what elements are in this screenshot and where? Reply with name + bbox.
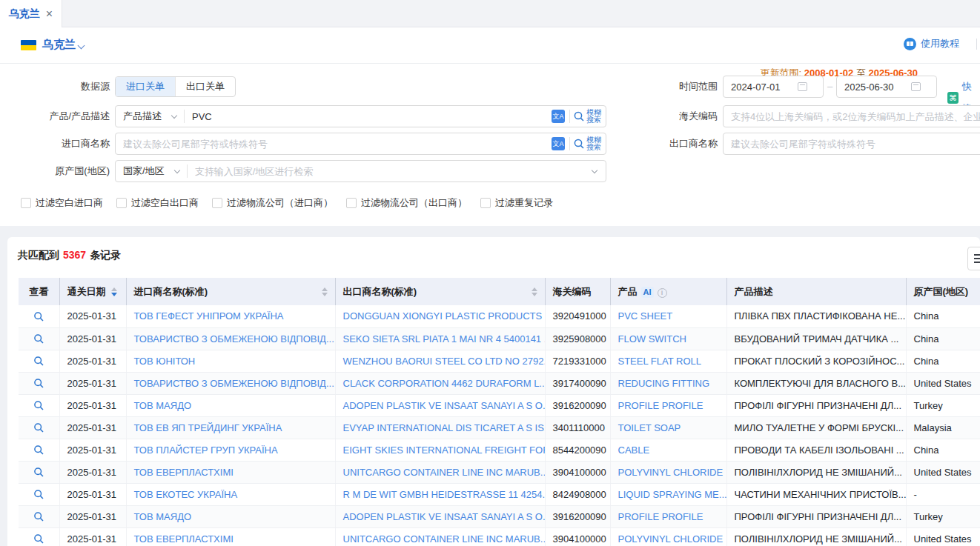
checkbox-icon[interactable] (212, 198, 222, 208)
view-record-icon[interactable] (33, 445, 44, 456)
cell-description: ПРОФІЛІ ФІГУРНІ ПРИЗНАЧЕНІ ДЛ... (726, 394, 906, 416)
product-link[interactable]: REDUCING FITTING (618, 378, 710, 389)
filter-checkbox[interactable]: 过滤空白出口商 (116, 196, 199, 210)
importer-link[interactable]: ТОВ ЕКОТЕС УКРАЇНА (134, 489, 238, 500)
filter-checkbox[interactable]: 过滤空白进口商 (21, 196, 103, 210)
product-link[interactable]: POLYVINYL CHLORIDE (618, 533, 724, 545)
tab-ukraine[interactable]: 乌克兰 (0, 0, 62, 27)
sort-icon[interactable] (111, 287, 117, 296)
importer-link[interactable]: ТОВ МАЯДО (134, 511, 192, 522)
info-icon[interactable] (658, 288, 667, 298)
checkbox-label: 过滤空白出口商 (131, 196, 199, 210)
importer-link[interactable]: ТОВ ЕВ ЯП ТРЕЙДИНГ УКРАЇНА (134, 422, 282, 433)
product-link[interactable]: PROFILE PROFILE (618, 511, 703, 522)
sort-icon[interactable] (322, 287, 328, 296)
product-type-select[interactable]: 产品描述 (116, 106, 184, 127)
cell-date: 2025-01-31 (59, 527, 126, 546)
date-end-field[interactable] (836, 76, 937, 98)
view-record-icon[interactable] (33, 467, 44, 478)
view-record-icon[interactable] (33, 422, 44, 433)
exporter-link[interactable]: EVYAP INTERNATIONAL DIS TICARET A S IS..… (343, 422, 546, 433)
exporter-link[interactable]: EIGHT SKIES INTERNATIONAL FREIGHT FOR... (343, 445, 546, 456)
exporter-link[interactable]: SEKO SIETA SRL PIATA 1 MAI NR 4 5400141 … (343, 333, 546, 344)
checkbox-icon[interactable] (480, 198, 491, 208)
checkbox-icon[interactable] (346, 198, 357, 208)
cell-date: 2025-01-31 (59, 350, 126, 372)
cell-date: 2025-01-31 (59, 439, 126, 461)
view-record-icon[interactable] (33, 511, 44, 522)
tab-export-declarations[interactable]: 出口关单 (175, 77, 235, 96)
product-search-input[interactable] (185, 106, 547, 127)
view-record-icon[interactable] (33, 533, 44, 545)
importer-link[interactable]: ТОВ ЕВЕРПЛАСТХІМІ (134, 533, 234, 545)
date-start-field[interactable] (723, 76, 824, 98)
origin-type-select[interactable]: 国家/地区 (116, 161, 187, 182)
col-desc: 产品描述 (726, 278, 906, 305)
exporter-link[interactable]: R M DE WIT GMBH HEIDESTRASSE 11 4254... (343, 489, 546, 500)
view-record-icon[interactable] (33, 400, 44, 411)
importer-input[interactable] (116, 133, 547, 154)
view-record-icon[interactable] (33, 333, 44, 344)
product-link[interactable]: TOILET SOAP (618, 422, 681, 433)
close-icon[interactable] (46, 8, 53, 20)
table-settings-button[interactable] (967, 247, 980, 270)
date-start-input[interactable] (724, 81, 795, 93)
view-record-icon[interactable] (33, 356, 44, 367)
col-importer[interactable]: 进口商名称(标准) (126, 278, 335, 305)
divider (976, 39, 977, 50)
hs-code-input[interactable] (724, 106, 980, 127)
filter-checkbox[interactable]: 过滤物流公司（进口商） (212, 196, 333, 210)
importer-link[interactable]: ТОВ ПЛАЙСТЕР ГРУП УКРАЇНА (134, 445, 278, 456)
table-row: 2025-01-31 ТОВАРИСТВО З ОБМЕЖЕНОЮ ВІДПОВ… (19, 372, 980, 394)
product-link[interactable]: CABLE (618, 445, 650, 456)
search-icon (573, 110, 586, 123)
importer-link[interactable]: ТОВАРИСТВО З ОБМЕЖЕНОЮ ВІДПОВІД... (134, 378, 334, 389)
exporter-link[interactable]: ADOPEN PLASTIK VE INSAAT SANAYI A S O... (343, 511, 546, 522)
exporter-link[interactable]: ADOPEN PLASTIK VE INSAAT SANAYI A S O... (343, 400, 546, 411)
tab-import-declarations[interactable]: 进口关单 (116, 77, 175, 96)
fuzzy-search-button[interactable]: 模糊搜索 (570, 136, 606, 151)
view-record-icon[interactable] (33, 311, 44, 322)
view-record-icon[interactable] (33, 378, 44, 389)
product-link[interactable]: PROFILE PROFILE (618, 400, 703, 411)
calendar-icon[interactable] (798, 82, 807, 91)
exporter-input[interactable] (724, 133, 980, 154)
exporter-link[interactable]: UNITCARGO CONTAINER LINE INC MARUB... (343, 467, 546, 478)
col-hs: 海关编码 (545, 278, 610, 305)
chevron-down-icon (171, 112, 177, 118)
fuzzy-search-button[interactable]: 模糊搜索 (570, 109, 606, 124)
country-selector[interactable]: 乌克兰 (42, 38, 76, 52)
calendar-icon[interactable] (911, 82, 921, 91)
view-record-icon[interactable] (33, 489, 44, 500)
product-link[interactable]: LIQUID SPRAYING ME... (618, 489, 727, 500)
exporter-link[interactable]: CLACK CORPORATION 4462 DURAFORM L... (343, 378, 546, 389)
importer-link[interactable]: ТОВ МАЯДО (134, 400, 192, 411)
table-header-row: 查看 通关日期 进口商名称(标准) 出口商名称(标准) 海关编码 产品AI 产品… (19, 278, 980, 305)
table-row: 2025-01-31 ТОВ ЕВ ЯП ТРЕЙДИНГ УКРАЇНА EV… (19, 416, 980, 439)
importer-link[interactable]: ТОВ ЮНІТОН (134, 356, 196, 367)
cell-hs-code: 3916200090 (545, 505, 610, 527)
importer-link[interactable]: ТОВ ГЕФЕСТ УНІПРОМ УКРАЇНА (134, 310, 284, 322)
translate-icon[interactable]: 文A (552, 110, 565, 123)
product-link[interactable]: STEEL FLAT ROLL (618, 356, 701, 367)
tutorial-link[interactable]: 使用教程 (904, 37, 959, 50)
origin-input[interactable] (188, 161, 592, 182)
filter-checkbox[interactable]: 过滤物流公司（出口商） (346, 196, 467, 210)
col-exporter[interactable]: 出口商名称(标准) (335, 278, 545, 305)
exporter-link[interactable]: WENZHOU BAORUI STEEL CO LTD NO 2792... (343, 356, 546, 367)
col-date[interactable]: 通关日期 (59, 278, 126, 305)
sort-icon[interactable] (532, 287, 537, 296)
chevron-down-icon[interactable] (78, 42, 85, 50)
checkbox-icon[interactable] (21, 198, 31, 208)
product-link[interactable]: POLYVINYL CHLORIDE (618, 467, 724, 478)
filter-checkbox[interactable]: 过滤重复记录 (480, 196, 553, 210)
date-end-input[interactable] (837, 81, 908, 93)
importer-link[interactable]: ТОВАРИСТВО З ОБМЕЖЕНОЮ ВІДПОВІД... (134, 333, 334, 344)
exporter-link[interactable]: DONGGUAN XIONGYI PLASTIC PRODUCTS ... (343, 310, 546, 322)
importer-link[interactable]: ТОВ ЕВЕРПЛАСТХІМІ (134, 467, 234, 478)
checkbox-icon[interactable] (116, 198, 127, 208)
product-link[interactable]: FLOW SWITCH (618, 333, 686, 344)
exporter-link[interactable]: UNITCARGO CONTAINER LINE INC MARUB... (343, 533, 546, 545)
translate-icon[interactable]: 文A (552, 137, 565, 150)
product-link[interactable]: PVC SHEET (618, 310, 673, 322)
